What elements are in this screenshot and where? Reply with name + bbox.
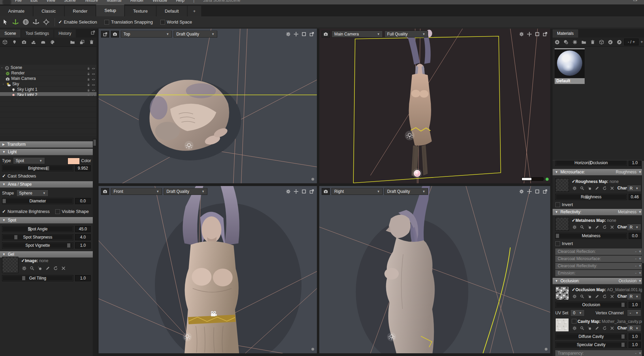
reflectivity-section-header[interactable]: ▼Reflectivity: Metalness▼ [553, 209, 644, 215]
metalness-map-label[interactable]: ✓Metalness Map: none [572, 218, 616, 223]
viewport-maximize-icon[interactable] [302, 31, 306, 37]
brightness-slider[interactable]: Brightness 9.952 [2, 165, 91, 171]
viewport-quality-dropdown[interactable]: Full Quality▼ [384, 31, 428, 38]
menu-scene[interactable]: Scene [64, 0, 76, 3]
cavity-map-label[interactable]: Cavity Map: Mother_Jana_cavity.png [572, 319, 644, 324]
select-tool-icon[interactable] [0, 17, 10, 27]
clearcoat-reflectivity-header[interactable]: Clearcoat Reflectivity:-▼ [555, 263, 644, 269]
pick-icon[interactable] [587, 294, 592, 299]
tab-scene[interactable]: Scene [0, 29, 20, 38]
viewport-float-icon[interactable] [543, 31, 547, 37]
roughness-map-thumbnail[interactable] [555, 178, 569, 192]
edit-icon[interactable] [595, 326, 599, 330]
spot-sharpness-slider[interactable]: Spot Sharpness 4.0 [2, 234, 91, 240]
reflectivity-mode-dropdown[interactable]: Metalness▼ [618, 210, 642, 214]
clearcoat-microsurface-header[interactable]: Clearcoat Microsurface:-▼ [555, 256, 644, 262]
enable-selection-checkbox[interactable]: ✓Enable Selection [58, 19, 97, 25]
universal-tool-icon[interactable] [41, 17, 51, 27]
rotate-tool-icon[interactable] [20, 17, 31, 27]
reload-icon[interactable] [53, 266, 58, 271]
settings-icon[interactable] [572, 326, 577, 330]
settings-icon[interactable] [22, 266, 27, 271]
viewport-settings-icon[interactable] [519, 189, 524, 194]
import-material-icon[interactable] [606, 37, 615, 47]
fuzz-icon[interactable] [570, 37, 579, 47]
delete-material-icon[interactable] [588, 37, 597, 47]
settings-icon[interactable] [572, 225, 577, 229]
occlusion-mode-dropdown[interactable]: Occlusion▼ [618, 279, 642, 283]
zoom-icon[interactable] [580, 186, 584, 190]
viewport-float-icon[interactable] [309, 31, 314, 37]
zoom-icon[interactable] [30, 266, 34, 271]
viewport-popout-button[interactable] [101, 31, 109, 38]
viewport-pan-icon[interactable] [527, 189, 532, 194]
viewport-pan-icon[interactable] [294, 31, 298, 37]
folder-icon[interactable] [579, 37, 588, 47]
spot-angle-slider[interactable]: Spot Angle 45.0 [2, 226, 91, 232]
world-space-checkbox[interactable]: World Space [160, 19, 192, 25]
edit-icon[interactable] [45, 266, 50, 271]
cavity-channel-dropdown[interactable]: R▼ [627, 325, 641, 332]
viewport-pan-icon[interactable] [527, 31, 532, 37]
viewport-top[interactable]: Top▼ Draft Quality▼ [99, 29, 317, 183]
viewport-maximize-icon[interactable] [535, 189, 540, 194]
viewport-camera-button[interactable] [322, 188, 330, 195]
viewport-main-camera[interactable]: Main Camera▼ Full Quality▼ [319, 29, 550, 183]
light-type-dropdown[interactable]: Spot▼ [13, 157, 45, 164]
light-gizmo-bulb[interactable] [184, 333, 191, 341]
viewport-front[interactable]: Front▼ Draft Quality▼ [99, 186, 317, 353]
maximize-button[interactable]: ❐ [633, 0, 637, 2]
metalness-channel-dropdown[interactable]: R▼ [627, 224, 641, 231]
cavity-map-thumbnail[interactable] [555, 318, 569, 332]
viewport-view-dropdown[interactable]: Right▼ [332, 188, 383, 195]
add-light-icon[interactable] [10, 37, 19, 47]
uv-set-dropdown[interactable]: 0▼ [570, 310, 585, 316]
microsurface-section-header[interactable]: ▼Microsurface: Roughness▼ [553, 169, 644, 175]
add-environment-icon[interactable] [29, 37, 38, 47]
light-gizmo-bulb[interactable] [406, 132, 413, 139]
tab-texture[interactable]: Texture [125, 6, 156, 16]
pick-icon[interactable] [38, 266, 42, 271]
clear-icon[interactable] [610, 326, 614, 330]
viewport-camera-button[interactable] [101, 188, 109, 195]
transparency-header[interactable]: Transparency:-▼ [555, 350, 644, 356]
gel-image-thumbnail[interactable] [2, 257, 18, 273]
app-logo-icon[interactable] [2, 0, 12, 4]
add-backdrop-icon[interactable] [38, 37, 48, 47]
occlusion-slider[interactable]: Occlusion 1.0 [555, 302, 642, 308]
tab-setup[interactable]: Setup [96, 4, 124, 16]
reload-icon[interactable] [602, 294, 607, 299]
reload-icon[interactable] [602, 186, 607, 190]
gel-tiling-slider[interactable]: Gel Tiling 1.0 [2, 275, 91, 281]
materials-scrollbar[interactable] [642, 160, 644, 356]
pick-icon[interactable] [587, 326, 592, 330]
specular-cavity-slider[interactable]: Specular Cavity 1.0 [555, 342, 642, 348]
tab-animate[interactable]: Animate [0, 6, 33, 16]
area-shape-section-header[interactable]: ▼Area / Shape [0, 181, 93, 188]
pick-material-icon[interactable] [597, 37, 606, 47]
clear-icon[interactable] [61, 266, 66, 271]
tab-tool-settings[interactable]: Tool Settings [21, 29, 54, 38]
roughness-invert-checkbox[interactable]: Invert [555, 202, 573, 207]
viewport-float-icon[interactable] [543, 189, 547, 194]
spot-vignette-slider[interactable]: Spot Vignette 1.0 [2, 242, 91, 248]
tree-row-scene[interactable]: - Scene [0, 65, 97, 70]
material-item-default[interactable]: Default [555, 48, 585, 84]
tree-row-sky[interactable]: - Sky [0, 81, 97, 87]
gel-image-label[interactable]: ✓Image: none [21, 258, 48, 263]
reload-icon[interactable] [602, 326, 607, 330]
menu-window[interactable]: Window [152, 0, 167, 3]
roughness-channel-dropdown[interactable]: R▼ [627, 185, 641, 192]
menu-render[interactable]: Render [130, 0, 144, 3]
roughness-map-label[interactable]: ✓Roughness Map: none [572, 179, 619, 184]
tab-render[interactable]: Render [65, 6, 96, 16]
occlusion-section-header[interactable]: ▼Occlusion: Occlusion▼ [553, 278, 644, 284]
add-object-icon[interactable] [0, 37, 10, 47]
viewport-camera-button[interactable] [111, 31, 119, 38]
pick-icon[interactable] [587, 186, 592, 190]
metalness-map-thumbnail[interactable] [555, 217, 569, 231]
viewport-quality-dropdown[interactable]: Draft Quality▼ [384, 188, 428, 195]
occlusion-map-thumbnail[interactable] [555, 286, 569, 300]
translation-snapping-checkbox[interactable]: Translation Snapping [104, 19, 152, 25]
viewport-view-dropdown[interactable]: Front▼ [111, 188, 162, 195]
